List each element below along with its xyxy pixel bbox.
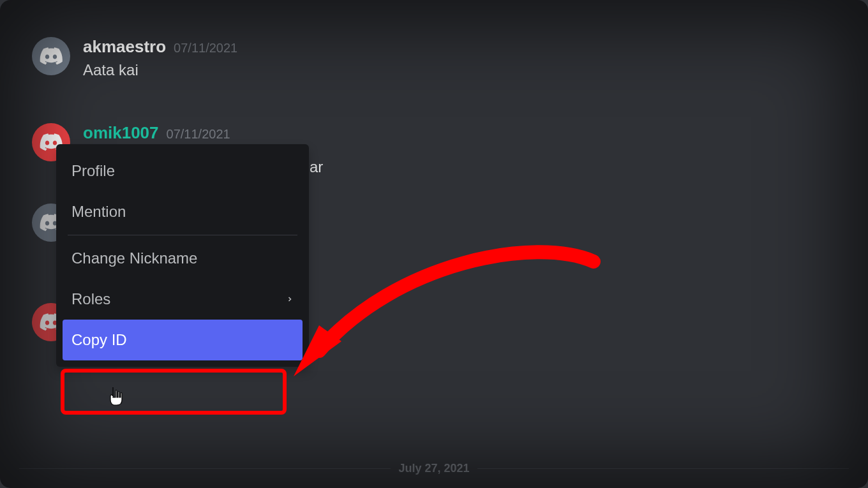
annotation-highlight-box bbox=[61, 369, 287, 415]
message-content: akmaestro 07/11/2021 Aata kai bbox=[83, 37, 868, 81]
message-header: omik1007 07/11/2021 bbox=[83, 123, 868, 143]
menu-item-label: Copy ID bbox=[71, 331, 127, 349]
menu-item-label: Roles bbox=[71, 290, 110, 308]
menu-item-change-nickname[interactable]: Change Nickname bbox=[63, 238, 303, 279]
message-text: Aata kai bbox=[83, 59, 868, 81]
message: akmaestro 07/11/2021 Aata kai bbox=[0, 32, 868, 86]
message-timestamp: 07/11/2021 bbox=[167, 127, 230, 142]
discord-logo-icon bbox=[40, 47, 63, 65]
user-context-menu: Profile Mention Change Nickname Roles Co… bbox=[56, 144, 309, 367]
menu-item-mention[interactable]: Mention bbox=[63, 191, 303, 232]
divider-line bbox=[19, 468, 391, 469]
divider-line bbox=[477, 468, 849, 469]
menu-item-roles[interactable]: Roles bbox=[63, 279, 303, 320]
message-timestamp: 07/11/2021 bbox=[174, 41, 237, 55]
avatar[interactable] bbox=[32, 37, 70, 75]
menu-divider bbox=[68, 235, 297, 235]
username[interactable]: omik1007 bbox=[83, 123, 159, 143]
username[interactable]: akmaestro bbox=[83, 37, 166, 57]
message-header: akmaestro 07/11/2021 bbox=[83, 37, 868, 57]
date-divider-label: July 27, 2021 bbox=[391, 462, 477, 475]
menu-item-label: Profile bbox=[71, 162, 115, 180]
partial-message-text: ar bbox=[310, 158, 323, 176]
chevron-right-icon bbox=[286, 295, 294, 303]
menu-item-label: Change Nickname bbox=[71, 249, 197, 267]
menu-item-label: Mention bbox=[71, 203, 126, 221]
date-divider: July 27, 2021 bbox=[0, 462, 868, 475]
cursor-pointer-icon bbox=[107, 386, 125, 406]
menu-item-copy-id[interactable]: Copy ID bbox=[63, 320, 303, 360]
menu-item-profile[interactable]: Profile bbox=[63, 151, 303, 191]
